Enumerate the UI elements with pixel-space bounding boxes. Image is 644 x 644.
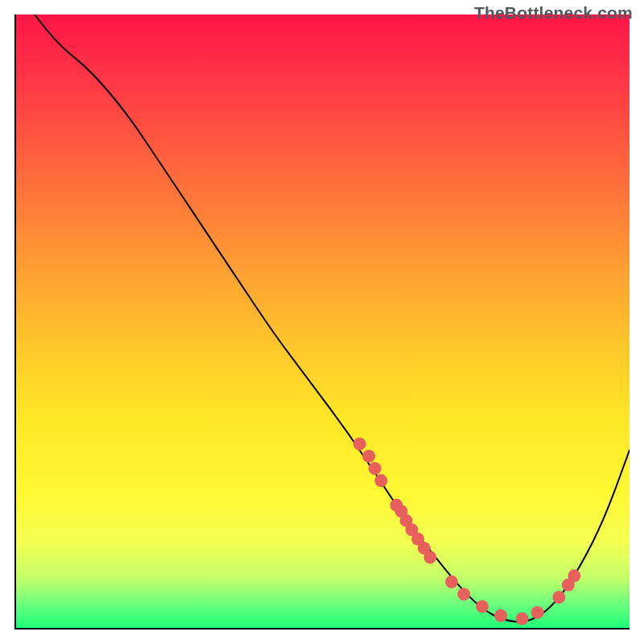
chart-svg	[16, 14, 630, 628]
plot-area	[14, 14, 630, 630]
curve-line	[35, 14, 630, 621]
data-marker	[531, 606, 544, 619]
data-marker	[369, 462, 382, 475]
data-marker	[516, 613, 529, 625]
data-marker	[494, 609, 507, 622]
chart-frame: TheBottleneck.com	[0, 0, 644, 644]
data-markers	[353, 437, 581, 625]
data-marker	[476, 600, 489, 613]
data-marker	[457, 588, 470, 601]
data-marker	[445, 576, 458, 588]
data-marker	[353, 437, 366, 450]
watermark-text: TheBottleneck.com	[474, 3, 633, 23]
data-marker	[362, 450, 375, 463]
data-marker	[423, 551, 436, 564]
data-marker	[552, 591, 565, 604]
data-marker	[568, 569, 580, 582]
data-marker	[374, 474, 387, 487]
